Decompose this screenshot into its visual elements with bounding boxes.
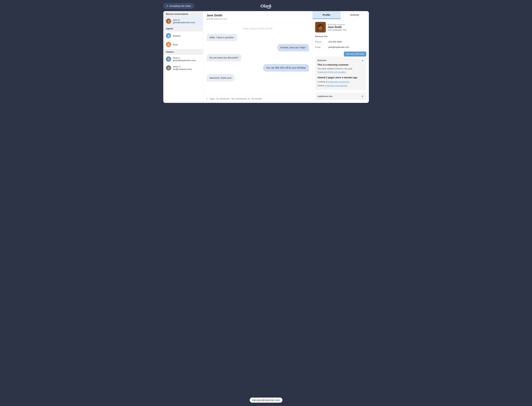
pricing-link[interactable]: mydomain.com/pricing [328,80,349,83]
behavior-title: Behavior [318,59,327,62]
general-info-title: General info [315,35,366,38]
profile-person: 👩🏾 Returning customer Jane Smith USA (Ho… [315,22,366,32]
chat-contact-email: jane@mydomain.com [207,18,309,20]
main-layout: Recent conversations J Jane S. (jane@myd… [163,11,369,103]
additional-info-header: Additional info ▼ [318,95,364,98]
profile-person-details: Returning customer Jane Smith USA (Hobok… [328,23,347,31]
tab-activity[interactable]: Activity [341,11,369,19]
message-2: Hi there, how can I help? [277,44,309,51]
behavior-returning-title: This is a returning customer [318,64,364,66]
behavior-section: Behavior ▲ This is a returning customer … [315,57,366,90]
sidebar-item-victor-label: Victor C. (vc@company.com) [173,65,200,70]
avatar-victor: V [166,65,171,71]
message-1: Hello, I have a question. [207,34,237,41]
behavior-header: Behavior ▲ [318,59,364,62]
sidebar-item-barbara[interactable]: B Barbara [163,31,203,40]
profile-panel: Profile Activity 👩🏾 Returning customer J… [312,11,369,103]
behavior-collapse-icon[interactable]: ▲ [361,59,364,62]
add-profile-field-button[interactable]: add new profile field [344,51,366,57]
email-value: jane@mydomain.com [328,46,349,48]
profile-tabs: Profile Activity [312,11,369,19]
additional-info-title: Additional info [318,95,332,98]
sidebar-item-jane[interactable]: J Jane S. (jane@mydomain.com) [163,17,203,26]
sidebar-item-victor[interactable]: V Victor C. (vc@company.com) [163,64,203,72]
recent-conversations-title: Recent conversations [163,11,203,17]
chat-header: Jane Smith jane@mydomain.com [203,11,312,23]
chat-input[interactable] [210,97,310,100]
olark-logo: Olark [260,3,272,8]
sidebar: Recent conversations J Jane S. (jane@myd… [163,11,203,103]
phone-row: Phone 201-555-5555 [315,39,366,44]
message-4: Yes, we offer 50% off for your birthday! [263,64,309,72]
behavior-text: You have chatted 3 times in the past. Tr… [318,67,364,73]
sidebar-item-pearl[interactable]: P Pearl A. (pearl@mydomain.com) [163,55,203,64]
tab-profile[interactable]: Profile [312,11,341,19]
chat-messages: Friday, January 10 2020 2:34 PM Hello, I… [203,23,312,94]
email-label: Email [315,46,328,48]
avatar-jane: J [166,19,171,24]
email-row: Email jane@mydomain.com [315,44,366,50]
profile-avatar: 👩🏾 [315,22,326,32]
sidebar-item-jane-label: Jane S. (jane@mydomain.com) [173,19,200,24]
profile-name: Jane Smith [328,26,347,29]
sidebar-item-ryan-label: Ryan [173,44,178,46]
avatar-pearl: P [166,57,171,62]
typing-indicator: Jane (jane@mydomain.com) [250,398,282,403]
phone-label: Phone [315,41,328,43]
more-options-button[interactable] [206,97,208,101]
top-bar: Accepting new chats Olark [163,3,369,8]
sidebar-item-ryan[interactable]: R Ryan [163,40,203,49]
sidebar-item-barbara-label: Barbara [173,35,181,37]
viewed-text: Looking at mydomain.com/pricing Visited … [318,80,364,88]
chat-area: Jane Smith jane@mydomain.com Friday, Jan… [203,11,312,103]
profile-location: USA (Hoboken, NJ) [328,29,347,31]
specials-link[interactable]: mydomain.com/specials [325,84,347,87]
viewed-title: Viewed 2 pages since 4 minutes ago [318,76,364,79]
phone-value: 201-555-5555 [328,41,342,43]
profile-content: 👩🏾 Returning customer Jane Smith USA (Ho… [312,19,369,103]
status-dot [167,5,168,7]
transcript-link[interactable]: Transcript of this conversation [318,71,346,73]
message-5: Awesome, thank you! [207,74,235,82]
sidebar-item-pearl-label: Pearl A. (pearl@mydomain.com) [173,57,200,62]
additional-info-section: Additional info ▼ [315,93,366,100]
avatar-ryan: R [166,42,171,47]
visitors-title: Visitors [163,49,203,55]
chat-contact-name: Jane Smith [207,14,309,17]
viewed-section: Viewed 2 pages since 4 minutes ago Looki… [318,76,364,88]
date-divider: Friday, January 10 2020 2:34 PM [207,28,309,30]
avatar-barbara: B [166,33,171,38]
message-3: Do you have any discounts? [207,54,242,61]
chat-input-area [203,94,312,103]
agents-title: Agents [163,26,203,31]
accepting-new-chats-button[interactable]: Accepting new chats [163,3,194,9]
accepting-label: Accepting new chats [170,5,191,7]
additional-info-expand-icon[interactable]: ▼ [361,95,364,98]
customer-type: Returning customer [328,23,347,26]
